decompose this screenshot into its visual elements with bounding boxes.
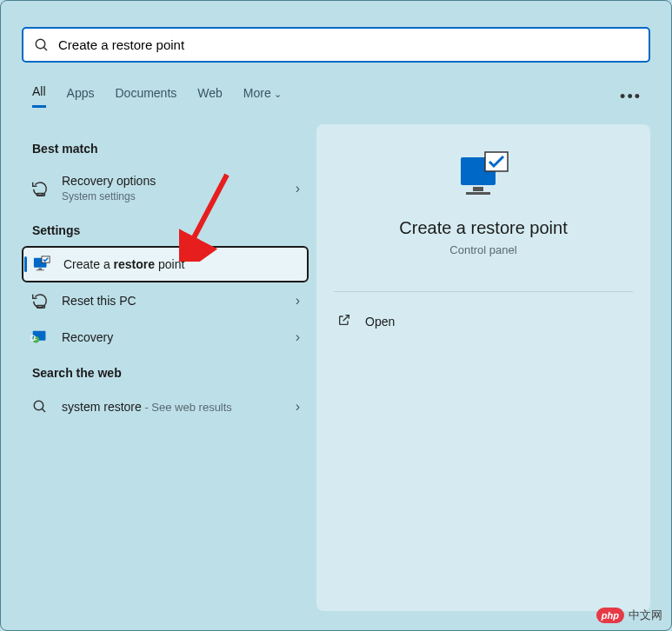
result-text: system restore - See web results [62, 399, 296, 415]
chevron-right-icon[interactable]: › [296, 399, 300, 415]
svg-line-1 [43, 47, 47, 50]
tab-documents[interactable]: Documents [115, 86, 176, 107]
results-column: Best match Recovery options System setti… [22, 131, 309, 425]
chevron-right-icon[interactable]: › [296, 329, 300, 345]
watermark-badge: php [596, 608, 624, 623]
section-web: Search the web [32, 366, 309, 380]
svg-rect-14 [466, 192, 490, 195]
watermark: php 中文网 [596, 608, 662, 623]
search-icon [30, 399, 50, 415]
section-best-match: Best match [32, 142, 309, 156]
result-text: Recovery [62, 329, 296, 345]
tab-apps[interactable]: Apps [67, 86, 95, 107]
search-icon [34, 37, 50, 53]
result-text: Recovery options System settings [62, 173, 296, 204]
divider [334, 291, 633, 292]
restore-icon [30, 179, 50, 198]
preview-subtitle: Control panel [334, 243, 633, 256]
tab-more[interactable]: More⌄ [243, 86, 282, 107]
preview-action-open[interactable]: Open [334, 308, 633, 335]
chevron-down-icon: ⌄ [274, 89, 282, 99]
open-external-icon [337, 313, 353, 330]
watermark-text: 中文网 [629, 608, 662, 623]
monitor-check-icon [32, 256, 51, 273]
svg-rect-5 [37, 269, 44, 270]
result-text: Create a restore point [63, 256, 298, 272]
preview-title: Create a restore point [334, 218, 633, 238]
recovery-icon [30, 328, 50, 347]
reset-icon [30, 291, 50, 310]
filter-tabs: All Apps Documents Web More⌄ [32, 84, 282, 108]
result-recovery[interactable]: Recovery › [22, 319, 309, 355]
result-text: Reset this PC [62, 293, 296, 309]
tab-all[interactable]: All [32, 84, 46, 108]
search-bar[interactable] [22, 27, 650, 63]
result-create-restore-point[interactable]: Create a restore point [22, 246, 309, 282]
result-reset-pc[interactable]: Reset this PC › [22, 282, 309, 319]
search-input[interactable] [58, 37, 638, 52]
options-menu[interactable]: ••• [620, 88, 642, 106]
preview-panel: Create a restore point Control panel Ope… [316, 124, 650, 611]
section-settings: Settings [32, 223, 309, 237]
tab-web[interactable]: Web [197, 86, 223, 107]
svg-point-0 [36, 39, 45, 49]
preview-icon [334, 150, 633, 203]
svg-rect-4 [38, 269, 42, 270]
svg-point-10 [34, 401, 43, 410]
result-recovery-options[interactable]: Recovery options System settings › [22, 164, 309, 213]
preview-action-label: Open [365, 315, 395, 329]
chevron-right-icon[interactable]: › [296, 181, 300, 196]
result-web-search[interactable]: system restore - See web results › [22, 389, 309, 425]
chevron-right-icon[interactable]: › [296, 293, 300, 309]
svg-rect-13 [473, 187, 483, 191]
svg-line-11 [42, 408, 45, 412]
